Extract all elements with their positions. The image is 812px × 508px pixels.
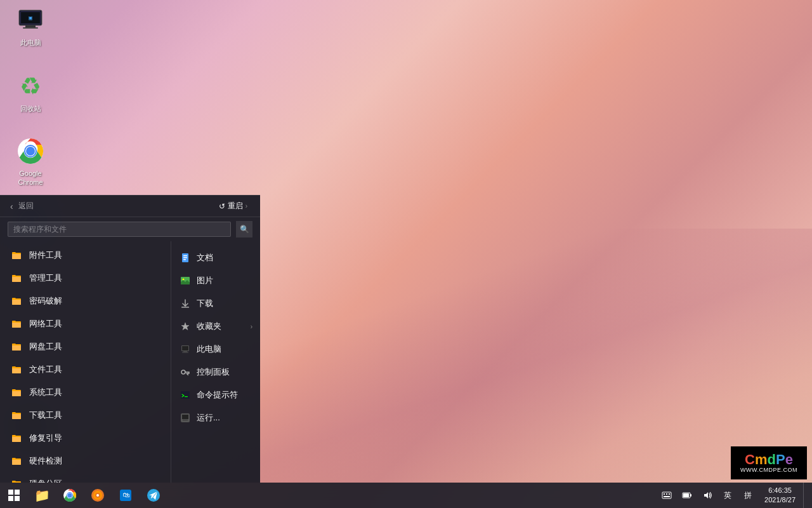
taskbar-apps: 📁 xyxy=(28,483,167,508)
folder-icon xyxy=(10,386,23,399)
input-mode-label: 拼 xyxy=(744,490,752,501)
tray-input-mode[interactable]: 拼 xyxy=(739,486,757,504)
taskbar-browser2[interactable] xyxy=(84,483,112,508)
menu-left-item-label-7: 下载工具 xyxy=(29,410,62,421)
svg-text:🛍: 🛍 xyxy=(122,491,130,498)
menu-left-item-7[interactable]: 下载工具 xyxy=(0,404,171,427)
folder-icon xyxy=(10,295,23,307)
menu-right-item-7[interactable]: 运行... xyxy=(171,406,260,429)
menu-right-item-1[interactable]: 图片 xyxy=(171,269,260,292)
menu-right-item-label-5: 控制面板 xyxy=(197,366,230,378)
svg-rect-50 xyxy=(669,493,670,495)
tray-volume[interactable] xyxy=(698,486,716,504)
desktop: ▣ 此电脑 ♻ 回收站 GoogleChrome xyxy=(0,0,812,508)
recycle-icon: ♻ xyxy=(15,71,46,102)
restart-icon: ↺ xyxy=(219,202,225,211)
volume-icon xyxy=(702,490,712,500)
search-input[interactable] xyxy=(13,225,225,234)
menu-left-item-label-4: 网盘工具 xyxy=(29,341,62,352)
menu-right-item-3[interactable]: 收藏夹 › xyxy=(171,315,260,338)
svg-rect-28 xyxy=(185,396,188,397)
svg-rect-33 xyxy=(15,490,20,495)
menu-left-panel: 附件工具 管理工具 密码破解 xyxy=(0,241,171,483)
menu-right-item-5[interactable]: 控制面板 xyxy=(171,361,260,384)
folder-icon xyxy=(10,318,23,330)
svg-point-43 xyxy=(96,494,99,497)
computer-icon: ▣ xyxy=(15,5,46,36)
menu-restart-button[interactable]: ↺ 重启 › xyxy=(214,198,252,214)
menu-back-label[interactable]: 返回 xyxy=(18,201,34,211)
folder-icon xyxy=(10,409,23,422)
tray-battery[interactable] xyxy=(678,486,696,504)
menu-left-item-3[interactable]: 网络工具 xyxy=(0,312,171,335)
desktop-icon-recycle[interactable]: ♻ 回收站 xyxy=(5,69,56,116)
folder-icon xyxy=(10,363,23,376)
menu-right-item-0[interactable]: 文档 xyxy=(171,246,260,269)
svg-rect-23 xyxy=(182,346,188,351)
menu-left-item-10[interactable]: 硬盘分区 xyxy=(0,472,171,483)
search-button[interactable]: 🔍 xyxy=(236,221,252,237)
show-desktop-button[interactable] xyxy=(803,483,807,508)
menu-left-item-label-3: 网络工具 xyxy=(29,318,62,330)
taskbar: 📁 xyxy=(0,483,812,508)
clock-date: 2021/8/27 xyxy=(764,495,796,505)
tray-keyboard[interactable] xyxy=(658,486,676,504)
menu-right-panel: 文档 图片 下载 收藏夹 › 此电脑 控制面板 命令提示符 xyxy=(171,241,260,483)
start-button[interactable] xyxy=(0,483,28,508)
restart-arrow-icon: › xyxy=(246,203,247,210)
taskbar-tray: 英 拼 6:46:35 2021/8/27 xyxy=(653,483,812,508)
taskbar-telegram[interactable] xyxy=(140,483,167,508)
folder-icon xyxy=(10,432,23,444)
menu-left-item-0[interactable]: 附件工具 xyxy=(0,244,171,267)
svg-rect-54 xyxy=(683,493,689,497)
terminal-icon xyxy=(179,389,192,401)
desktop-icon-chrome[interactable]: GoogleChrome xyxy=(5,133,56,190)
menu-right-item-2[interactable]: 下载 xyxy=(171,292,260,315)
svg-rect-53 xyxy=(690,494,691,497)
menu-left-item-4[interactable]: 网盘工具 xyxy=(0,335,171,358)
menu-right-item-label-1: 图片 xyxy=(197,275,213,286)
cmdpe-watermark: CmdPe WWW.CMDPE.COM xyxy=(731,446,807,479)
desktop-icon-this-pc[interactable]: ▣ 此电脑 xyxy=(5,3,56,50)
menu-right-item-6[interactable]: 命令提示符 xyxy=(171,384,260,406)
menu-left-item-label-9: 硬件检测 xyxy=(29,455,62,467)
chrome-icon xyxy=(15,136,46,166)
svg-rect-24 xyxy=(183,351,187,352)
cmdpe-url: WWW.CMDPE.COM xyxy=(740,467,797,473)
file-explorer-icon: 📁 xyxy=(34,488,50,503)
menu-left-item-1[interactable]: 管理工具 xyxy=(0,267,171,290)
folder-icon xyxy=(10,249,23,262)
menu-back-arrow[interactable]: ‹ xyxy=(8,199,16,214)
svg-rect-18 xyxy=(183,259,186,260)
menu-left-item-8[interactable]: 修复引导 xyxy=(0,427,171,450)
document-icon xyxy=(179,251,192,264)
menu-left-item-2[interactable]: 密码破解 xyxy=(0,290,171,312)
start-menu: ‹ 返回 ↺ 重启 › 🔍 xyxy=(0,195,260,483)
svg-rect-49 xyxy=(666,493,667,495)
menu-left-item-9[interactable]: 硬件检测 xyxy=(0,450,171,472)
menu-right-item-label-0: 文档 xyxy=(197,252,213,264)
download-icon xyxy=(179,297,192,310)
menu-right-item-label-2: 下载 xyxy=(197,298,213,309)
tray-clock[interactable]: 6:46:35 2021/8/27 xyxy=(759,483,801,508)
menu-content: 附件工具 管理工具 密码破解 xyxy=(0,241,260,483)
menu-left-item-5[interactable]: 文件工具 xyxy=(0,358,171,381)
restart-label: 重启 xyxy=(228,201,243,211)
cmdpe-logo: CmdPe xyxy=(745,453,793,467)
taskbar-file-explorer[interactable]: 📁 xyxy=(28,483,56,508)
menu-left-item-6[interactable]: 系统工具 xyxy=(0,381,171,404)
menu-right-item-label-6: 命令提示符 xyxy=(197,389,238,401)
tray-language[interactable]: 英 xyxy=(719,490,737,501)
submenu-arrow-icon: › xyxy=(251,323,252,330)
language-label: 英 xyxy=(724,490,731,501)
search-input-wrap xyxy=(8,222,231,237)
taskbar-store[interactable]: 🛍 xyxy=(112,483,140,508)
menu-left-item-label-10: 硬盘分区 xyxy=(29,478,62,483)
desktop-icon-recycle-label: 回收站 xyxy=(20,104,41,113)
menu-search-bar: 🔍 xyxy=(0,217,260,241)
svg-rect-21 xyxy=(181,307,189,308)
menu-right-item-4[interactable]: 此电脑 xyxy=(171,338,260,361)
svg-rect-2 xyxy=(25,25,36,27)
run-icon xyxy=(179,411,192,424)
taskbar-chrome[interactable] xyxy=(56,483,84,508)
